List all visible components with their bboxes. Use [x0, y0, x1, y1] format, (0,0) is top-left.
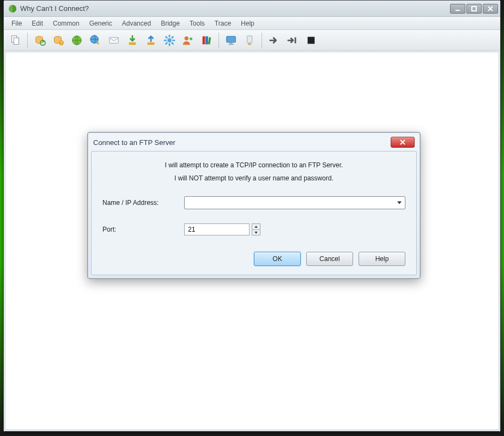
download-icon[interactable] — [124, 32, 141, 49]
menu-tools[interactable]: Tools — [185, 18, 209, 29]
svg-rect-21 — [229, 43, 233, 44]
svg-rect-14 — [148, 42, 155, 45]
globe-arrow-icon[interactable] — [87, 32, 104, 49]
svg-rect-24 — [248, 43, 251, 45]
dialog-message-2: I will NOT attempt to verify a user name… — [102, 174, 405, 182]
gear-icon[interactable] — [161, 32, 178, 49]
window-title: Why Can't I Connect? — [20, 4, 89, 13]
menu-file[interactable]: File — [7, 18, 26, 29]
main-window: Why Can't I Connect? File Edit Common Ge… — [3, 0, 501, 432]
toolbar-separator — [27, 33, 28, 48]
db-refresh-icon[interactable] — [32, 32, 48, 49]
window-controls — [450, 4, 498, 14]
menu-advanced[interactable]: Advanced — [118, 18, 155, 29]
menu-common[interactable]: Common — [48, 18, 84, 29]
host-icon[interactable] — [241, 32, 258, 49]
stop-icon[interactable] — [303, 32, 319, 49]
globe-icon[interactable] — [69, 32, 85, 49]
maximize-button[interactable] — [466, 4, 482, 14]
content-area: Connect to an FTP Server I will attempt … — [5, 52, 499, 430]
svg-rect-2 — [472, 7, 476, 11]
menu-bridge[interactable]: Bridge — [156, 18, 184, 29]
books-icon[interactable] — [198, 32, 215, 49]
svg-rect-13 — [129, 42, 136, 45]
close-button[interactable] — [483, 4, 498, 14]
copy-icon[interactable] — [7, 32, 23, 49]
svg-rect-23 — [247, 35, 252, 43]
user-add-icon[interactable] — [180, 32, 196, 49]
toolbar: ? — [4, 30, 500, 51]
cancel-button[interactable]: Cancel — [306, 252, 353, 266]
dialog-close-button[interactable] — [391, 137, 415, 148]
ok-button[interactable]: OK — [254, 252, 301, 266]
svg-point-16 — [185, 36, 189, 40]
dialog-button-row: OK Cancel Help — [102, 252, 405, 266]
svg-rect-17 — [203, 36, 205, 44]
dialog-message-1: I will attempt to create a TCP/IP connec… — [102, 161, 405, 169]
arrow-skip-icon[interactable] — [284, 32, 301, 49]
svg-rect-22 — [228, 44, 233, 45]
ftp-connect-dialog: Connect to an FTP Server I will attempt … — [87, 132, 421, 279]
svg-rect-1 — [456, 10, 460, 11]
app-icon — [8, 4, 17, 13]
name-ip-combobox[interactable] — [184, 196, 405, 209]
svg-rect-4 — [14, 38, 19, 44]
menu-help[interactable]: Help — [236, 18, 259, 29]
upload-icon[interactable] — [143, 32, 159, 49]
dialog-titlebar[interactable]: Connect to an FTP Server — [91, 136, 417, 151]
svg-rect-25 — [295, 37, 296, 43]
port-input[interactable] — [184, 223, 250, 235]
menubar: File Edit Common Generic Advanced Bridge… — [4, 17, 500, 30]
menu-generic[interactable]: Generic — [85, 18, 117, 29]
desktop-edge — [501, 0, 504, 436]
svg-text:?: ? — [60, 40, 62, 45]
svg-point-15 — [167, 38, 171, 42]
chevron-down-icon — [397, 202, 402, 204]
spinner-up-button[interactable] — [252, 224, 260, 229]
menu-edit[interactable]: Edit — [27, 18, 47, 29]
port-row: Port: — [102, 223, 405, 235]
dialog-title: Connect to an FTP Server — [93, 138, 175, 147]
monitor-icon[interactable] — [223, 32, 239, 49]
port-spinner — [252, 223, 260, 235]
mail-icon[interactable] — [106, 32, 122, 49]
svg-rect-26 — [308, 37, 315, 44]
spinner-down-button[interactable] — [252, 229, 260, 235]
arrow-right-icon[interactable] — [266, 32, 282, 49]
db-question-icon[interactable]: ? — [50, 32, 66, 49]
toolbar-separator — [262, 33, 262, 48]
titlebar[interactable]: Why Can't I Connect? — [4, 1, 500, 17]
toolbar-separator — [218, 33, 219, 48]
minimize-button[interactable] — [450, 4, 465, 14]
name-ip-label: Name / IP Address: — [102, 199, 184, 207]
port-label: Port: — [102, 226, 184, 233]
svg-rect-20 — [227, 36, 236, 42]
svg-rect-19 — [208, 37, 211, 44]
dialog-body: I will attempt to create a TCP/IP connec… — [91, 151, 417, 275]
name-ip-row: Name / IP Address: — [102, 196, 405, 209]
help-button[interactable]: Help — [359, 252, 405, 266]
svg-rect-18 — [205, 36, 208, 44]
svg-rect-12 — [110, 37, 119, 43]
menu-trace[interactable]: Trace — [210, 18, 235, 29]
